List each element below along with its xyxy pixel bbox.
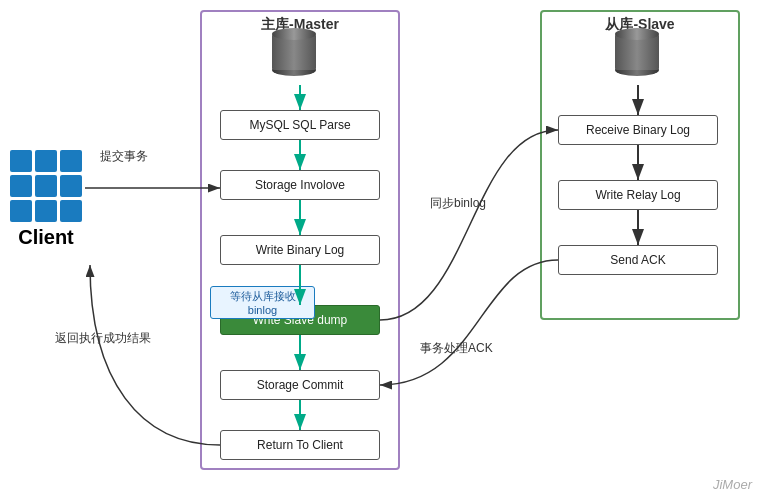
note-wait-slave: 等待从库接收binlog: [210, 286, 315, 319]
node-send-ack: Send ACK: [558, 245, 718, 275]
node-write-relay-log: Write Relay Log: [558, 180, 718, 210]
node-sql-parse: MySQL SQL Parse: [220, 110, 380, 140]
slave-db-icon: [615, 28, 659, 76]
client-area: Client: [10, 150, 82, 249]
node-write-binary-log: Write Binary Log: [220, 235, 380, 265]
node-receive-binary-log: Receive Binary Log: [558, 115, 718, 145]
label-transaction-ack: 事务处理ACK: [420, 340, 493, 357]
client-label: Client: [10, 226, 82, 249]
master-db-icon: [272, 28, 316, 76]
node-return-to-client: Return To Client: [220, 430, 380, 460]
watermark: JiMoer: [713, 477, 752, 492]
label-sync-binlog: 同步binlog: [430, 195, 486, 212]
node-storage-commit: Storage Commit: [220, 370, 380, 400]
client-icon: [10, 150, 82, 222]
label-return: 返回执行成功结果: [55, 330, 151, 347]
node-storage-involve: Storage Involove: [220, 170, 380, 200]
label-submit: 提交事务: [100, 148, 148, 165]
